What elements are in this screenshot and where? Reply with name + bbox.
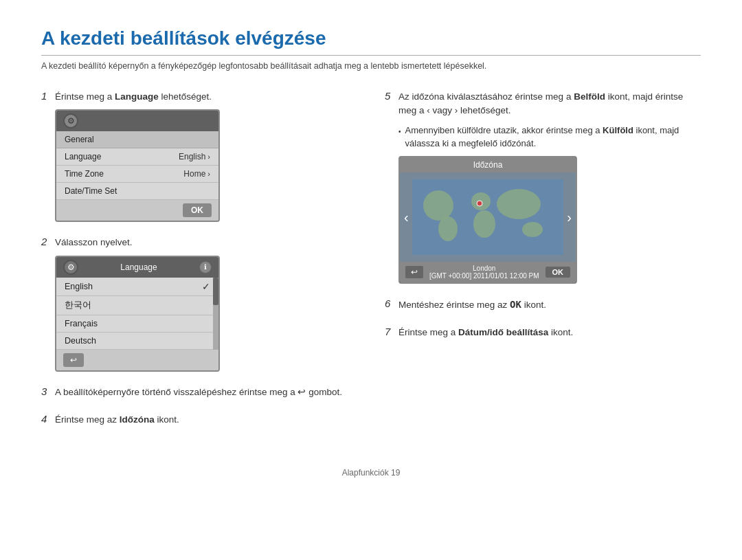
step-6: 6 Mentéshez érintse meg az OK ikont.	[385, 298, 701, 312]
step-4-number: 4	[41, 413, 51, 425]
map-nav-right[interactable]: ›	[567, 209, 572, 225]
menu-row-datetime[interactable]: Date/Time Set	[56, 183, 218, 200]
lang-row-korean[interactable]: 한국어	[56, 296, 218, 315]
location-name: London	[429, 265, 539, 272]
svg-point-2	[438, 216, 458, 241]
svg-point-1	[423, 190, 453, 221]
step-6-number: 6	[385, 298, 394, 309]
bullet-dot: •	[398, 126, 401, 137]
map-screen: Időzóna ‹	[398, 156, 577, 284]
map-nav-left[interactable]: ‹	[404, 209, 409, 225]
step-5: 5 Az időzóna kiválasztásához érintse meg…	[385, 90, 701, 284]
step-3: 3 A beállítóképernyőre történő visszalép…	[41, 385, 357, 399]
lang-korean: 한국어	[65, 300, 91, 311]
page-footer: Alapfunkciók 19	[41, 468, 701, 478]
step-2: 2 Válasszon nyelvet. ⚙ Language ℹ Englis…	[41, 236, 357, 371]
step-2-text: Válasszon nyelvet.	[55, 236, 133, 249]
world-map-svg	[412, 179, 563, 255]
map-back-button[interactable]: ↩	[405, 266, 423, 278]
camera-screen-2: ⚙ Language ℹ English ✓ 한국어 Fra	[55, 256, 220, 372]
step-3-number: 3	[41, 385, 51, 397]
step-7-number: 7	[385, 326, 394, 337]
row-label-datetime: Date/Time Set	[65, 186, 117, 196]
map-title: Időzóna	[400, 157, 576, 172]
lang-row-german[interactable]: Deutsch	[56, 333, 218, 350]
step-1: 1 Érintse meg a Language lehetőséget. ⚙ …	[41, 90, 357, 222]
gear-icon: ⚙	[63, 113, 78, 128]
step-4-text: Érintse meg az Időzóna ikont.	[55, 413, 179, 427]
step-6-text: Mentéshez érintse meg az OK ikont.	[398, 298, 546, 312]
ok-button-1[interactable]: OK	[183, 203, 212, 217]
menu-row-timezone[interactable]: Time Zone Home ›	[56, 166, 218, 183]
svg-point-7	[477, 201, 482, 206]
lang-row-english[interactable]: English ✓	[56, 278, 218, 296]
step-4: 4 Érintse meg az Időzóna ikont.	[41, 413, 357, 427]
map-area: ‹	[400, 172, 576, 262]
step-3-text: A beállítóképernyőre történő visszalépés…	[55, 385, 342, 399]
row-value-language: English ›	[179, 152, 210, 161]
lang-title: Language	[120, 262, 157, 272]
row-label-timezone: Time Zone	[65, 169, 104, 179]
row-value-timezone: Home ›	[183, 169, 210, 179]
step-5-text: Az időzóna kiválasztásához érintse meg a…	[398, 90, 701, 118]
step-7: 7 Érintse meg a Dátum/idő beállítása iko…	[385, 326, 701, 339]
bullet-text: Amennyiben külföldre utazik, akkor érint…	[405, 124, 701, 150]
camera-screen-1: ⚙ General Language English › Time Zone H…	[55, 109, 220, 222]
lang-list: English ✓ 한국어 Français Deutsch	[56, 278, 218, 350]
lang-german: Deutsch	[65, 336, 96, 346]
page-subtitle: A kezdeti beállító képernyőn a fényképez…	[41, 61, 701, 71]
page-title: A kezdeti beállítások elvégzése	[41, 27, 701, 56]
lang-french: Français	[65, 319, 98, 328]
step-5-number: 5	[385, 90, 394, 102]
lang-english: English	[65, 282, 93, 291]
menu-rows-1: General Language English › Time Zone Hom…	[56, 131, 218, 200]
lang-row-french[interactable]: Français	[56, 315, 218, 333]
svg-point-5	[497, 189, 541, 219]
step-7-text: Érintse meg a Dátum/idő beállítása ikont…	[398, 326, 573, 339]
info-icon: ℹ	[199, 261, 212, 273]
menu-row-language[interactable]: Language English ›	[56, 148, 218, 166]
map-ok-button[interactable]: OK	[546, 267, 571, 278]
lang-list-wrapper: English ✓ 한국어 Français Deutsch	[56, 278, 218, 350]
row-label-language: Language	[65, 152, 101, 161]
svg-point-6	[522, 222, 543, 237]
map-location: London [GMT +00:00] 2011/01/01 12:00 PM	[429, 265, 539, 280]
svg-point-4	[473, 210, 495, 238]
lang-header: ⚙ Language ℹ	[56, 257, 218, 278]
ok-row-1: OK	[56, 200, 218, 221]
check-mark-english: ✓	[202, 281, 210, 292]
location-detail: [GMT +00:00] 2011/01/01 12:00 PM	[429, 272, 539, 280]
step-1-text: Érintse meg a Language lehetőséget.	[55, 90, 212, 104]
step-5-bullet: • Amennyiben külföldre utazik, akkor éri…	[398, 124, 701, 150]
back-button[interactable]: ↩	[63, 353, 84, 367]
step-1-number: 1	[41, 90, 51, 102]
gear-icon-2: ⚙	[63, 260, 78, 275]
map-bottom: ↩ London [GMT +00:00] 2011/01/01 12:00 P…	[400, 262, 576, 282]
back-row: ↩	[56, 350, 218, 370]
step-2-number: 2	[41, 236, 51, 247]
menu-header: General	[56, 131, 218, 148]
